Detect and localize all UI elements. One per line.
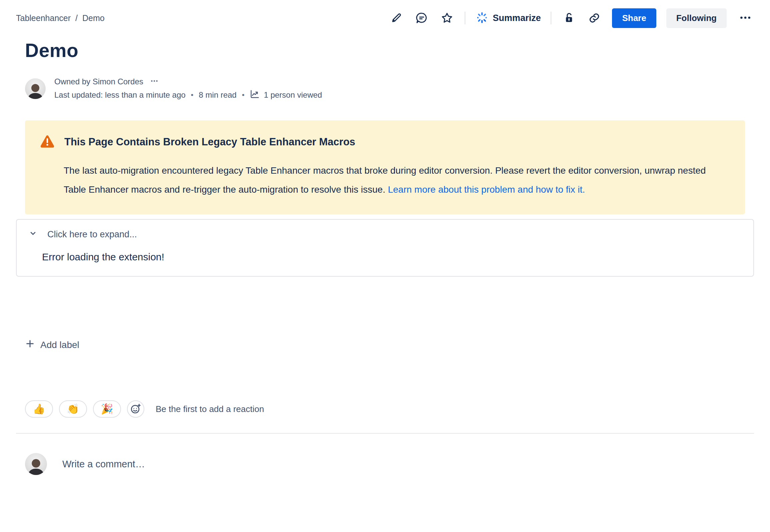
summarize-label: Summarize [493, 13, 541, 23]
views-group[interactable]: 1 person viewed [250, 89, 322, 101]
ai-sparkle-icon [475, 11, 489, 25]
read-time-label: 8 min read [199, 90, 236, 100]
analytics-trend-icon [250, 89, 260, 101]
owner-label: Owned by Simon Cordes [54, 77, 143, 86]
owner-avatar [25, 78, 46, 99]
star-icon [441, 12, 453, 24]
add-label-button[interactable]: Add label [25, 339, 79, 351]
toolbar: Summarize [389, 8, 754, 28]
breadcrumb-page-link[interactable]: Demo [82, 13, 105, 23]
dot-separator: • [242, 91, 245, 99]
star-button[interactable] [439, 10, 455, 26]
share-button[interactable]: Share [612, 8, 656, 28]
reaction-thumbs-up-button[interactable]: 👍 [25, 400, 53, 418]
thumbs-up-emoji: 👍 [33, 404, 45, 414]
more-actions-button[interactable] [737, 9, 754, 27]
header-bar: Tableenhancer / Demo [0, 0, 770, 29]
last-updated-label: Last updated: less than a minute ago [54, 90, 186, 100]
pencil-icon [390, 12, 403, 24]
owner-more-button[interactable] [149, 76, 160, 87]
party-popper-emoji: 🎉 [101, 404, 113, 414]
dot-separator: • [191, 91, 194, 99]
warning-learn-more-link[interactable]: Learn more about this problem and how to… [388, 184, 585, 195]
reaction-party-button[interactable]: 🎉 [93, 400, 121, 418]
section-divider [16, 433, 754, 434]
expand-toggle[interactable]: Click here to expand... [29, 229, 137, 240]
chevron-down-icon [29, 229, 37, 240]
reactions-bar: 👍 👏 🎉 Be the first to [25, 400, 745, 418]
add-label-text: Add label [40, 340, 79, 350]
unlock-icon [563, 12, 575, 24]
mini-ellipsis-icon [150, 77, 159, 86]
warning-title: This Page Contains Broken Legacy Table E… [64, 136, 355, 148]
summarize-button[interactable]: Summarize [475, 11, 541, 25]
page: Tableenhancer / Demo [0, 0, 770, 532]
views-label: 1 person viewed [264, 90, 322, 100]
edit-button[interactable] [389, 10, 404, 26]
copy-link-button[interactable] [587, 10, 602, 26]
restrictions-button[interactable] [561, 10, 577, 26]
comment-bubble-icon [415, 12, 428, 24]
breadcrumb-separator: / [75, 13, 78, 23]
reaction-prompt: Be the first to add a reaction [156, 404, 264, 414]
breadcrumb-space-link[interactable]: Tableenhancer [16, 13, 71, 23]
warning-text: The last auto-migration encountered lega… [64, 165, 706, 195]
warning-body: The last auto-migration encountered lega… [40, 161, 726, 199]
byline-lines: Owned by Simon Cordes Last updated: less… [54, 76, 322, 101]
page-title: Demo [25, 39, 745, 61]
ellipsis-icon [739, 20, 752, 25]
commenter-avatar [25, 453, 47, 475]
expand-panel: Click here to expand... Error loading th… [16, 219, 754, 277]
comment-input-row[interactable]: Write a comment… [25, 453, 745, 475]
breadcrumb: Tableenhancer / Demo [16, 13, 105, 23]
reaction-clap-button[interactable]: 👏 [59, 400, 87, 418]
byline-owner-row: Owned by Simon Cordes [54, 76, 322, 87]
warning-header: This Page Contains Broken Legacy Table E… [40, 134, 730, 150]
clap-emoji: 👏 [67, 404, 79, 414]
warning-triangle-icon [40, 134, 55, 150]
comment-placeholder: Write a comment… [62, 459, 145, 470]
link-icon [588, 12, 601, 24]
toolbar-separator [465, 12, 465, 24]
toolbar-separator [551, 12, 551, 24]
plus-icon [25, 339, 35, 351]
expand-error-text: Error loading the extension! [29, 251, 741, 263]
byline: Owned by Simon Cordes Last updated: less… [25, 76, 745, 101]
add-reaction-button[interactable] [127, 400, 144, 418]
expand-toggle-label: Click here to expand... [47, 229, 137, 240]
warning-panel: This Page Contains Broken Legacy Table E… [25, 120, 745, 214]
comments-button[interactable] [414, 10, 429, 26]
smiley-plus-icon [130, 403, 141, 415]
page-content: Demo Owned by Simon Cordes [0, 39, 770, 475]
following-button[interactable]: Following [666, 8, 727, 28]
byline-meta-row: Last updated: less than a minute ago • 8… [54, 89, 322, 101]
